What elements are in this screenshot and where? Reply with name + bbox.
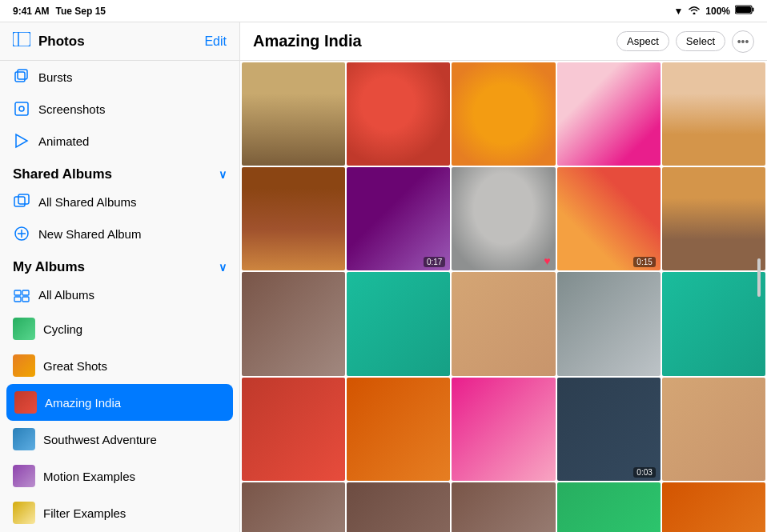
- grid-cell-1-4[interactable]: [662, 167, 765, 270]
- grid-cell-1-2[interactable]: ♥: [452, 167, 555, 270]
- status-right: ▼ 100%: [673, 5, 754, 17]
- grid-row-4: [242, 482, 765, 532]
- grid-cell-3-2[interactable]: [452, 378, 555, 481]
- svg-marker-9: [16, 134, 27, 147]
- grid-cell-3-0[interactable]: [242, 378, 345, 481]
- status-bar: 9:41 AM Tue Sep 15 ▼ 100%: [0, 0, 767, 22]
- shared-albums-title: Shared Albums: [13, 166, 112, 182]
- all-shared-icon: [13, 193, 30, 210]
- wifi-icon: [688, 5, 701, 17]
- grid-cell-3-3[interactable]: 0:03: [557, 378, 661, 481]
- grid-row-2: [242, 272, 765, 375]
- grid-cell-4-4[interactable]: [662, 482, 765, 532]
- grid-cell-2-0[interactable]: [242, 272, 345, 375]
- sidebar-item-bursts[interactable]: Bursts: [0, 61, 239, 93]
- sidebar-toggle-icon[interactable]: [13, 32, 30, 50]
- grid-cell-0-3[interactable]: [557, 62, 661, 166]
- signal-icon: ▼: [673, 6, 683, 17]
- grid-cell-2-3[interactable]: [557, 272, 661, 375]
- grid-cell-0-2[interactable]: [452, 62, 555, 166]
- grid-cell-1-3[interactable]: 0:15: [557, 167, 661, 270]
- app-container: Photos Edit Bursts: [0, 22, 767, 532]
- screenshots-label: Screenshots: [38, 102, 105, 116]
- grid-cell-1-1[interactable]: 0:17: [347, 167, 450, 270]
- grid-cell-2-4[interactable]: [662, 272, 765, 375]
- grid-cell-4-3[interactable]: [557, 482, 661, 532]
- sidebar-item-southwest[interactable]: Southwest Adventure: [0, 421, 239, 458]
- all-albums-label: All Albums: [38, 288, 94, 302]
- shared-albums-chevron[interactable]: ∨: [219, 168, 227, 181]
- sidebar-item-all-shared[interactable]: All Shared Albums: [0, 186, 239, 218]
- svg-rect-10: [14, 197, 25, 206]
- southwest-label: Southwest Adventure: [43, 433, 157, 446]
- grid-cell-2-2[interactable]: [452, 272, 555, 375]
- video-duration-badge: 0:03: [633, 467, 655, 478]
- sidebar-edit-button[interactable]: Edit: [204, 34, 227, 49]
- grid-cell-4-1[interactable]: [347, 482, 450, 532]
- great-shots-thumbnail: [13, 354, 35, 377]
- sidebar-scroll: Bursts Screenshots Animated: [0, 61, 239, 532]
- cycling-thumbnail: [13, 318, 35, 340]
- header-actions: Aspect Select •••: [616, 30, 754, 53]
- sidebar-item-amazing-india[interactable]: Amazing India: [6, 384, 233, 421]
- select-button[interactable]: Select: [676, 31, 725, 51]
- grid-row-3: 0:03: [242, 378, 765, 481]
- grid-cell-1-0[interactable]: [242, 167, 345, 270]
- motion-label: Motion Examples: [43, 470, 135, 483]
- sidebar-item-great-shots[interactable]: Great Shots: [0, 347, 239, 384]
- svg-rect-3: [13, 32, 30, 46]
- southwest-thumbnail: [13, 428, 35, 450]
- grid-cell-0-0[interactable]: [242, 62, 345, 166]
- video-duration-badge: 0:17: [424, 257, 445, 267]
- filter-label: Filter Examples: [43, 506, 126, 520]
- svg-rect-1: [753, 8, 754, 12]
- animated-label: Animated: [38, 134, 89, 148]
- video-duration-badge: 0:15: [633, 257, 655, 267]
- time: 9:41 AM: [13, 6, 50, 17]
- svg-rect-16: [22, 290, 29, 295]
- grid-cell-3-1[interactable]: [347, 378, 450, 481]
- aspect-button[interactable]: Aspect: [616, 31, 669, 51]
- new-shared-label: New Shared Album: [38, 227, 141, 241]
- svg-rect-5: [15, 72, 25, 82]
- my-albums-title: My Albums: [13, 259, 85, 275]
- sidebar: Photos Edit Bursts: [0, 22, 240, 532]
- sidebar-item-new-shared[interactable]: New Shared Album: [0, 218, 239, 250]
- sidebar-item-filter[interactable]: Filter Examples: [0, 494, 239, 531]
- motion-thumbnail: [13, 465, 35, 487]
- svg-rect-7: [15, 102, 28, 115]
- sidebar-header: Photos Edit: [0, 22, 239, 61]
- my-albums-chevron[interactable]: ∨: [219, 261, 227, 274]
- grid-row-0: [242, 62, 765, 166]
- grid-cell-0-4[interactable]: [662, 62, 765, 166]
- animated-icon: [13, 132, 30, 150]
- all-shared-label: All Shared Albums: [38, 195, 137, 209]
- sidebar-item-screenshots[interactable]: Screenshots: [0, 93, 239, 125]
- status-left: 9:41 AM Tue Sep 15: [13, 6, 106, 17]
- grid-cell-4-0[interactable]: [242, 482, 345, 532]
- content-area: Amazing India Aspect Select ••• 0:17♥0:1…: [240, 22, 767, 532]
- photo-grid: 0:17♥0:150:03: [240, 61, 767, 532]
- grid-cell-3-4[interactable]: [662, 378, 765, 481]
- sidebar-item-motion[interactable]: Motion Examples: [0, 458, 239, 494]
- shared-albums-section: Shared Albums ∨: [0, 157, 239, 186]
- battery-icon: [735, 5, 754, 17]
- new-shared-icon: [13, 225, 30, 242]
- svg-rect-11: [18, 194, 29, 204]
- battery: 100%: [705, 6, 730, 17]
- grid-cell-2-1[interactable]: [347, 272, 450, 375]
- content-title: Amazing India: [253, 32, 362, 50]
- filter-thumbnail: [13, 502, 35, 524]
- grid-cell-4-2[interactable]: [452, 482, 555, 532]
- date: Tue Sep 15: [56, 6, 106, 17]
- sidebar-item-animated[interactable]: Animated: [0, 125, 239, 157]
- more-button[interactable]: •••: [732, 30, 754, 53]
- sidebar-item-all-albums[interactable]: All Albums: [0, 278, 239, 310]
- grid-cell-0-1[interactable]: [347, 62, 450, 166]
- cycling-label: Cycling: [43, 322, 82, 336]
- sidebar-item-cycling[interactable]: Cycling: [0, 310, 239, 347]
- great-shots-label: Great Shots: [43, 359, 107, 373]
- screenshots-icon: [13, 100, 30, 118]
- bursts-label: Bursts: [38, 70, 73, 84]
- sidebar-title: Photos: [38, 34, 85, 50]
